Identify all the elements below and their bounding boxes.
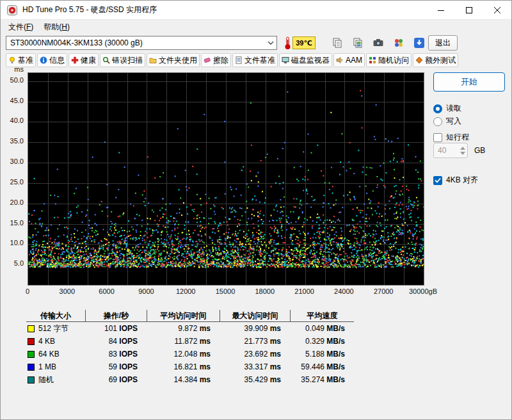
temperature-badge: 39℃ (292, 36, 316, 49)
drive-selector[interactable]: ST30000NM004K-3KM133 (30000 gB) (6, 36, 277, 50)
y-tick-label: 20.0 (1, 198, 24, 206)
short-stroke-checkbox[interactable]: 短行程 (433, 132, 469, 143)
short-stroke-size-stepper[interactable] (433, 143, 468, 158)
transfer-size-label: 512 字节 (38, 323, 68, 334)
read-radio-icon (433, 104, 442, 113)
y-tick-label: 45.0 (1, 97, 24, 104)
close-button[interactable] (483, 1, 511, 19)
legend-swatch (28, 376, 35, 384)
results-table-header: 传输大小操作/秒平均访问时间最大访问时间平均速度 (26, 309, 354, 322)
4kb-align-checkbox[interactable]: 4KB 对齐 (433, 175, 478, 186)
hd-tune-window: HD Tune Pro 5.75 - 硬盘/SSD 实用程序 文件(F)帮助(H… (0, 0, 512, 420)
x-tick-label: 24000 (326, 287, 362, 295)
tab-random-access[interactable]: 随机访问 (366, 53, 412, 67)
folder-usage-icon (149, 56, 157, 64)
transfer-size-label: 64 KB (38, 350, 60, 359)
table-row: 512 字节101 IOPS9.872 ms39.909 ms0.049 MB/… (26, 322, 354, 335)
tab-label: 文件基准 (244, 55, 275, 66)
exit-button[interactable]: 退出 (428, 35, 458, 51)
camera-button[interactable] (371, 35, 386, 51)
value-cell: 39.909 ms (220, 324, 290, 333)
erase-icon (204, 56, 211, 64)
palette-icon (393, 37, 404, 49)
save-button[interactable] (412, 35, 427, 51)
read-radio-label: 读取 (446, 103, 461, 114)
value-cell: 9.872 ms (147, 324, 220, 333)
menu-bar: 文件(F)帮助(H) (1, 20, 511, 34)
x-tick-label: 12000 (168, 287, 204, 295)
x-tick-label: 18000 (247, 287, 283, 295)
transfer-size-label: 随机 (38, 375, 54, 385)
tab-label: 随机访问 (378, 55, 409, 66)
menu-item-h[interactable]: 帮助(H) (38, 20, 75, 34)
results-table-body: 512 字节101 IOPS9.872 ms39.909 ms0.049 MB/… (26, 322, 354, 386)
column-header: 操作/秒 (85, 310, 147, 321)
tab-extra-tests[interactable]: 额外测试 (413, 53, 458, 67)
minimize-button[interactable] (427, 1, 455, 19)
column-header: 平均速度 (290, 310, 354, 321)
short-stroke-checkbox-icon (433, 133, 442, 142)
table-row: 64 KB83 IOPS12.048 ms23.692 ms5.188 MB/s (26, 348, 354, 360)
menu-item-f[interactable]: 文件(F) (3, 20, 38, 34)
benchmark-icon (8, 56, 16, 64)
random-access-icon (369, 56, 376, 64)
copy-text-button[interactable] (330, 35, 345, 51)
tab-erase[interactable]: 擦除 (201, 53, 231, 67)
column-header: 传输大小 (26, 310, 85, 321)
y-tick-label: 10.0 (1, 239, 24, 246)
tab-label: 信息 (49, 55, 65, 66)
value-cell: 16.821 ms (147, 362, 220, 371)
access-time-scatter-canvas (28, 72, 424, 286)
copy-image-button[interactable] (350, 35, 365, 51)
value-cell: 84 IOPS (85, 337, 147, 346)
spinner-up-icon[interactable] (460, 147, 465, 150)
short-stroke-unit-label: GB (474, 146, 485, 155)
tab-folder-usage[interactable]: 文件夹使用 (147, 53, 200, 67)
start-button[interactable]: 开始 (433, 72, 505, 92)
transfer-size-label: 1 MB (38, 362, 56, 371)
y-tick-label: 35.0 (1, 137, 24, 145)
value-cell: 0.329 MB/s (290, 337, 354, 346)
short-stroke-label: 短行程 (446, 132, 469, 143)
y-tick-label: 5.0 (1, 259, 24, 267)
value-cell: 5.188 MB/s (290, 350, 354, 359)
table-row: 1 MB59 IOPS16.821 ms33.317 ms59.446 MB/s (26, 360, 354, 373)
read-radio[interactable]: 读取 (433, 103, 461, 114)
short-stroke-size-input[interactable] (434, 143, 458, 158)
tab-error-scan[interactable]: 错误扫描 (100, 53, 145, 67)
value-cell: 23.692 ms (220, 350, 290, 359)
value-cell: 83 IOPS (85, 350, 147, 359)
maximize-button[interactable] (455, 1, 483, 19)
column-header: 平均访问时间 (147, 310, 220, 321)
tab-label: 文件夹使用 (159, 55, 197, 66)
tab-label: 健康 (81, 55, 96, 66)
y-axis-unit-label: ms (1, 65, 24, 73)
value-cell: 59 IOPS (85, 362, 147, 371)
tab-disk-monitor[interactable]: 磁盘监视器 (279, 53, 332, 67)
tab-bar: 基准信息健康错误扫描文件夹使用擦除文件基准磁盘监视器AAM随机访问额外测试 (6, 53, 509, 69)
value-cell: 21.773 ms (220, 337, 290, 346)
tab-file-benchmark[interactable]: 文件基准 (232, 53, 278, 67)
value-cell: 33.317 ms (220, 362, 290, 371)
y-tick-label: 40.0 (1, 117, 24, 124)
drive-selector-value: ST30000NM004K-3KM133 (30000 gB) (10, 38, 143, 47)
x-tick-label: 27000 (365, 287, 401, 295)
x-tick-label: 0 (10, 287, 45, 295)
4kb-align-label: 4KB 对齐 (446, 175, 478, 186)
tab-health[interactable]: 健康 (68, 53, 99, 67)
tab-aam[interactable]: AAM (333, 53, 365, 67)
value-cell: 0.049 MB/s (290, 324, 354, 333)
spinner-down-icon[interactable] (460, 152, 465, 155)
camera-icon (372, 37, 384, 49)
y-tick-label: 25.0 (1, 178, 24, 186)
window-title: HD Tune Pro 5.75 - 硬盘/SSD 实用程序 (22, 4, 157, 15)
minimize-icon (438, 7, 444, 13)
results-table: 传输大小操作/秒平均访问时间最大访问时间平均速度 512 字节101 IOPS9… (26, 309, 354, 386)
palette-button[interactable] (391, 35, 406, 51)
tab-info[interactable]: 信息 (37, 53, 67, 67)
table-row: 随机69 IOPS14.384 ms35.429 ms35.274 MB/s (26, 373, 354, 386)
legend-swatch (28, 325, 35, 332)
x-tick-label: 9000 (128, 287, 164, 295)
write-radio[interactable]: 写入 (433, 116, 461, 127)
y-tick-label: 30.0 (1, 158, 24, 165)
